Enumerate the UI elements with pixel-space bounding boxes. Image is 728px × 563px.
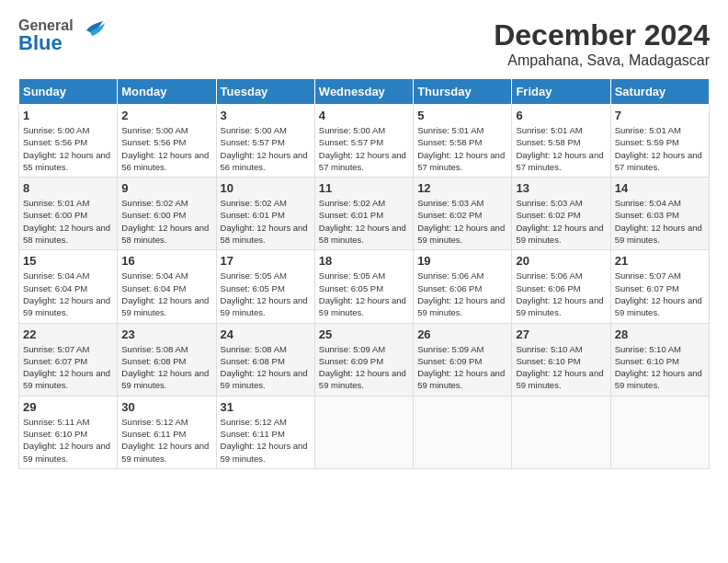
table-row: 19 Sunrise: 5:06 AMSunset: 6:06 PMDaylig…: [414, 250, 512, 323]
col-wednesday: Wednesday: [314, 79, 413, 105]
day-info: Sunrise: 5:08 AMSunset: 6:08 PMDaylight:…: [221, 343, 311, 392]
day-info: Sunrise: 5:00 AMSunset: 5:56 PMDaylight:…: [121, 124, 211, 173]
calendar-table: Sunday Monday Tuesday Wednesday Thursday…: [18, 78, 710, 469]
day-number: 23: [121, 327, 211, 341]
col-saturday: Saturday: [610, 79, 709, 105]
page-header: General Blue December 2024 Ampahana, Sav…: [18, 18, 710, 69]
table-row: [512, 396, 610, 468]
table-row: 31 Sunrise: 5:12 AMSunset: 6:11 PMDaylig…: [216, 396, 314, 468]
day-number: 10: [221, 181, 311, 195]
table-row: 21 Sunrise: 5:07 AMSunset: 6:07 PMDaylig…: [610, 250, 709, 323]
day-number: 2: [121, 109, 211, 122]
day-number: 7: [615, 109, 705, 122]
day-number: 3: [221, 109, 311, 122]
day-number: 29: [23, 400, 113, 414]
page-subtitle: Ampahana, Sava, Madagascar: [494, 52, 710, 69]
logo-bird-icon: [77, 17, 107, 47]
day-info: Sunrise: 5:02 AMSunset: 6:01 PMDaylight:…: [221, 197, 311, 246]
table-row: [314, 396, 413, 468]
table-row: 1 Sunrise: 5:00 AMSunset: 5:56 PMDayligh…: [19, 105, 118, 178]
table-row: 5 Sunrise: 5:01 AMSunset: 5:58 PMDayligh…: [414, 105, 512, 178]
day-info: Sunrise: 5:10 AMSunset: 6:10 PMDaylight:…: [615, 343, 705, 392]
table-row: 3 Sunrise: 5:00 AMSunset: 5:57 PMDayligh…: [216, 105, 314, 178]
day-number: 11: [319, 181, 409, 195]
table-row: 9 Sunrise: 5:02 AMSunset: 6:00 PMDayligh…: [118, 178, 216, 250]
table-row: [610, 396, 709, 468]
day-info: Sunrise: 5:07 AMSunset: 6:07 PMDaylight:…: [23, 343, 113, 392]
title-block: December 2024 Ampahana, Sava, Madagascar: [494, 18, 710, 69]
day-number: 28: [615, 327, 705, 341]
day-info: Sunrise: 5:00 AMSunset: 5:57 PMDaylight:…: [319, 124, 409, 173]
table-row: 18 Sunrise: 5:05 AMSunset: 6:05 PMDaylig…: [314, 250, 413, 323]
day-info: Sunrise: 5:05 AMSunset: 6:05 PMDaylight:…: [221, 270, 311, 318]
day-number: 5: [417, 109, 507, 122]
day-info: Sunrise: 5:02 AMSunset: 6:01 PMDaylight:…: [319, 197, 409, 246]
col-tuesday: Tuesday: [216, 79, 314, 105]
table-row: 8 Sunrise: 5:01 AMSunset: 6:00 PMDayligh…: [19, 178, 118, 250]
col-thursday: Thursday: [414, 79, 512, 105]
table-row: 26 Sunrise: 5:09 AMSunset: 6:09 PMDaylig…: [414, 323, 512, 396]
logo-blue-text: Blue: [18, 33, 74, 53]
days-of-week-row: Sunday Monday Tuesday Wednesday Thursday…: [19, 79, 710, 105]
day-number: 12: [417, 181, 507, 195]
day-info: Sunrise: 5:03 AMSunset: 6:02 PMDaylight:…: [516, 197, 606, 246]
day-number: 20: [516, 254, 606, 268]
day-info: Sunrise: 5:01 AMSunset: 5:58 PMDaylight:…: [417, 124, 507, 173]
table-row: 4 Sunrise: 5:00 AMSunset: 5:57 PMDayligh…: [314, 105, 413, 178]
day-number: 13: [516, 181, 606, 195]
day-info: Sunrise: 5:12 AMSunset: 6:11 PMDaylight:…: [221, 416, 311, 465]
day-info: Sunrise: 5:01 AMSunset: 6:00 PMDaylight:…: [23, 197, 113, 246]
day-info: Sunrise: 5:01 AMSunset: 5:58 PMDaylight:…: [516, 124, 606, 173]
table-row: 22 Sunrise: 5:07 AMSunset: 6:07 PMDaylig…: [19, 323, 118, 396]
day-info: Sunrise: 5:00 AMSunset: 5:57 PMDaylight:…: [221, 124, 311, 173]
day-number: 19: [417, 254, 507, 268]
logo: General Blue: [18, 18, 107, 53]
day-info: Sunrise: 5:04 AMSunset: 6:04 PMDaylight:…: [121, 270, 211, 318]
day-info: Sunrise: 5:12 AMSunset: 6:11 PMDaylight:…: [121, 416, 211, 465]
day-number: 25: [319, 327, 409, 341]
day-number: 8: [23, 181, 113, 195]
table-row: 16 Sunrise: 5:04 AMSunset: 6:04 PMDaylig…: [118, 250, 216, 323]
day-info: Sunrise: 5:06 AMSunset: 6:06 PMDaylight:…: [417, 270, 507, 318]
calendar-header: Sunday Monday Tuesday Wednesday Thursday…: [19, 79, 710, 105]
day-info: Sunrise: 5:00 AMSunset: 5:56 PMDaylight:…: [23, 124, 113, 173]
table-row: 7 Sunrise: 5:01 AMSunset: 5:59 PMDayligh…: [610, 105, 709, 178]
day-number: 26: [417, 327, 507, 341]
table-row: 29 Sunrise: 5:11 AMSunset: 6:10 PMDaylig…: [19, 396, 118, 468]
table-row: 13 Sunrise: 5:03 AMSunset: 6:02 PMDaylig…: [512, 178, 610, 250]
calendar-week-row: 29 Sunrise: 5:11 AMSunset: 6:10 PMDaylig…: [19, 396, 710, 468]
day-number: 1: [23, 109, 113, 122]
table-row: 20 Sunrise: 5:06 AMSunset: 6:06 PMDaylig…: [512, 250, 610, 323]
calendar-body: 1 Sunrise: 5:00 AMSunset: 5:56 PMDayligh…: [19, 105, 710, 469]
col-sunday: Sunday: [19, 79, 118, 105]
table-row: 6 Sunrise: 5:01 AMSunset: 5:58 PMDayligh…: [512, 105, 610, 178]
day-info: Sunrise: 5:07 AMSunset: 6:07 PMDaylight:…: [615, 270, 705, 318]
day-number: 24: [221, 327, 311, 341]
day-info: Sunrise: 5:11 AMSunset: 6:10 PMDaylight:…: [23, 416, 113, 465]
day-info: Sunrise: 5:08 AMSunset: 6:08 PMDaylight:…: [121, 343, 211, 392]
day-number: 6: [516, 109, 606, 122]
day-number: 16: [121, 254, 211, 268]
day-number: 18: [319, 254, 409, 268]
calendar-week-row: 22 Sunrise: 5:07 AMSunset: 6:07 PMDaylig…: [19, 323, 710, 396]
day-info: Sunrise: 5:10 AMSunset: 6:10 PMDaylight:…: [516, 343, 606, 392]
table-row: 30 Sunrise: 5:12 AMSunset: 6:11 PMDaylig…: [118, 396, 216, 468]
day-number: 17: [221, 254, 311, 268]
day-info: Sunrise: 5:02 AMSunset: 6:00 PMDaylight:…: [121, 197, 211, 246]
day-info: Sunrise: 5:04 AMSunset: 6:03 PMDaylight:…: [615, 197, 705, 246]
table-row: 24 Sunrise: 5:08 AMSunset: 6:08 PMDaylig…: [216, 323, 314, 396]
table-row: [414, 396, 512, 468]
day-info: Sunrise: 5:01 AMSunset: 5:59 PMDaylight:…: [615, 124, 705, 173]
day-number: 14: [615, 181, 705, 195]
table-row: 15 Sunrise: 5:04 AMSunset: 6:04 PMDaylig…: [19, 250, 118, 323]
table-row: 11 Sunrise: 5:02 AMSunset: 6:01 PMDaylig…: [314, 178, 413, 250]
day-number: 21: [615, 254, 705, 268]
table-row: 10 Sunrise: 5:02 AMSunset: 6:01 PMDaylig…: [216, 178, 314, 250]
table-row: 27 Sunrise: 5:10 AMSunset: 6:10 PMDaylig…: [512, 323, 610, 396]
page-title: December 2024: [494, 18, 710, 52]
day-number: 9: [121, 181, 211, 195]
table-row: 17 Sunrise: 5:05 AMSunset: 6:05 PMDaylig…: [216, 250, 314, 323]
day-number: 30: [121, 400, 211, 414]
day-info: Sunrise: 5:03 AMSunset: 6:02 PMDaylight:…: [417, 197, 507, 246]
day-info: Sunrise: 5:05 AMSunset: 6:05 PMDaylight:…: [319, 270, 409, 318]
